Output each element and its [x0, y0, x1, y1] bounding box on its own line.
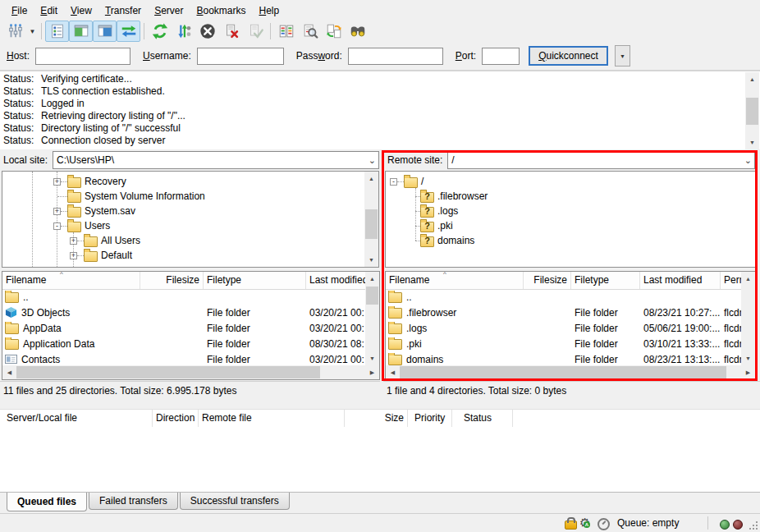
tab-failed-transfers[interactable]: Failed transfers — [89, 493, 178, 510]
column-filetype[interactable]: Filetype — [571, 272, 640, 289]
toggle-message-log-icon[interactable] — [45, 21, 69, 42]
column-priority[interactable]: Priority — [408, 410, 452, 427]
scroll-up-icon[interactable]: ▲ — [741, 272, 755, 286]
file-row-3d-objects[interactable]: 3D Objects File folder 03/20/21 00: — [2, 305, 379, 320]
refresh-icon[interactable] — [148, 21, 172, 42]
menu-help[interactable]: Help — [253, 2, 286, 19]
local-list-hscrollbar[interactable]: ◀ ▶ — [2, 365, 379, 379]
local-site-combobox[interactable]: C:\Users\HP\ ⌄ — [53, 151, 379, 169]
tree-item-recovery[interactable]: + Recovery — [2, 174, 378, 189]
site-manager-dropdown-icon[interactable]: ▼ — [27, 21, 38, 41]
speed-limits-icon[interactable] — [597, 518, 610, 530]
scroll-down-icon[interactable]: ▼ — [745, 135, 759, 149]
log-scrollbar[interactable]: ▲ ▼ — [745, 72, 759, 149]
filename-filters-icon[interactable] — [298, 21, 322, 42]
tree-expand-icon[interactable]: + — [70, 237, 77, 245]
scrollbar-thumb[interactable] — [366, 287, 378, 305]
process-queue-icon[interactable] — [172, 21, 195, 42]
column-filename[interactable]: ^Filename — [386, 272, 524, 289]
reconnect-icon[interactable] — [243, 21, 267, 42]
scrollbar-thumb[interactable] — [746, 98, 758, 125]
scroll-down-icon[interactable]: ▼ — [741, 351, 755, 365]
lock-icon[interactable] — [565, 521, 577, 530]
file-row-up[interactable]: .. — [386, 289, 755, 305]
toggle-transfer-queue-icon[interactable] — [117, 21, 140, 42]
chevron-down-icon[interactable]: ⌄ — [369, 152, 376, 168]
tree-item-users[interactable]: - Users — [2, 218, 378, 233]
tree-collapse-icon[interactable]: - — [53, 222, 61, 230]
local-list-vscrollbar[interactable]: ▲ ▼ — [365, 272, 379, 365]
quickconnect-dropdown-icon[interactable]: ▼ — [615, 45, 630, 66]
tree-collapse-icon[interactable]: - — [390, 178, 397, 186]
find-files-icon[interactable] — [346, 21, 369, 42]
password-input[interactable] — [348, 48, 443, 65]
chevron-down-icon[interactable]: ⌄ — [744, 152, 752, 168]
scroll-left-icon[interactable]: ◀ — [386, 365, 400, 379]
tree-item-logs[interactable]: .logs — [386, 204, 755, 218]
column-status[interactable]: Status — [452, 410, 513, 427]
menu-edit[interactable]: Edit — [34, 2, 64, 19]
username-input[interactable] — [197, 48, 284, 65]
scrollbar-thumb[interactable] — [400, 366, 726, 378]
port-input[interactable] — [482, 48, 520, 65]
disconnect-icon[interactable] — [219, 21, 243, 42]
menu-bookmarks[interactable]: Bookmarks — [190, 2, 252, 19]
tab-queued-files[interactable]: Queued files — [7, 493, 87, 511]
site-manager-icon[interactable] — [3, 21, 27, 42]
file-row-filebrowser[interactable]: .filebrowser File folder 08/23/21 10:27:… — [386, 305, 755, 320]
toggle-local-tree-icon[interactable] — [69, 21, 93, 42]
scroll-down-icon[interactable]: ▼ — [364, 253, 378, 267]
file-row-logs[interactable]: .logs File folder 05/06/21 19:00:... flc… — [386, 320, 755, 336]
tree-expand-icon[interactable]: + — [53, 208, 61, 215]
scroll-left-icon[interactable]: ◀ — [2, 365, 16, 379]
tree-expand-icon[interactable]: + — [53, 178, 61, 186]
tree-expand-icon[interactable]: + — [70, 252, 77, 259]
tab-successful-transfers[interactable]: Successful transfers — [180, 493, 290, 510]
scroll-right-icon[interactable]: ▶ — [741, 365, 755, 379]
synchronized-browsing-icon[interactable] — [322, 21, 346, 42]
remote-list-vscrollbar[interactable]: ▲ ▼ — [741, 272, 755, 365]
column-last-modified[interactable]: Last modified — [306, 272, 365, 289]
tree-item-system-sav[interactable]: + System.sav — [2, 204, 378, 218]
menu-file[interactable]: File — [5, 2, 34, 19]
tree-item-filebrowser[interactable]: .filebrowser — [386, 189, 755, 204]
menu-view[interactable]: View — [64, 2, 98, 19]
toggle-remote-tree-icon[interactable] — [93, 21, 117, 42]
scroll-up-icon[interactable]: ▲ — [745, 72, 759, 86]
remote-site-combobox[interactable]: / ⌄ — [447, 151, 755, 169]
tree-item-default[interactable]: + Default — [2, 248, 378, 263]
column-size[interactable]: Size — [345, 410, 408, 427]
tree-item-system-volume-information[interactable]: System Volume Information — [2, 189, 378, 204]
resize-grip-icon[interactable] — [749, 521, 758, 530]
column-filename[interactable]: ^Filename — [2, 272, 140, 289]
file-row-pki[interactable]: .pki File folder 03/10/21 13:33:... flcd… — [386, 336, 755, 351]
cancel-icon[interactable] — [195, 21, 219, 42]
file-row-application-data[interactable]: Application Data File folder 08/30/21 08… — [2, 336, 379, 351]
scroll-up-icon[interactable]: ▲ — [365, 272, 379, 286]
column-direction[interactable]: Direction — [153, 410, 199, 427]
file-row-up[interactable]: .. — [2, 289, 379, 305]
column-last-modified[interactable]: Last modified — [640, 272, 721, 289]
column-filetype[interactable]: Filetype — [204, 272, 306, 289]
scrollbar-thumb[interactable] — [16, 366, 320, 378]
tree-item-root[interactable]: - / — [386, 174, 755, 189]
scroll-down-icon[interactable]: ▼ — [365, 351, 379, 365]
menu-transfer[interactable]: Transfer — [98, 2, 148, 19]
local-tree-scrollbar[interactable]: ▲ ▼ — [364, 172, 378, 267]
compare-directories-icon[interactable] — [274, 21, 298, 42]
scrollbar-thumb[interactable] — [365, 209, 378, 239]
scroll-up-icon[interactable]: ▲ — [364, 172, 378, 186]
column-filesize[interactable]: Filesize — [140, 272, 204, 289]
tree-item-pki[interactable]: .pki — [386, 218, 755, 233]
host-input[interactable] — [35, 48, 130, 65]
scroll-right-icon[interactable]: ▶ — [365, 365, 379, 379]
column-remote-file[interactable]: Remote file — [199, 410, 345, 427]
column-server-local-file[interactable]: Server/Local file — [0, 410, 153, 427]
tree-item-domains[interactable]: domains — [386, 233, 755, 248]
file-row-appdata[interactable]: AppData File folder 03/20/21 00: — [2, 320, 379, 336]
menu-server[interactable]: Server — [148, 2, 190, 19]
remote-list-hscrollbar[interactable]: ◀ ▶ — [386, 365, 755, 379]
tree-item-all-users[interactable]: + All Users — [2, 233, 378, 248]
column-filesize[interactable]: Filesize — [524, 272, 571, 289]
quickconnect-button[interactable]: Quickconnect — [529, 46, 608, 66]
